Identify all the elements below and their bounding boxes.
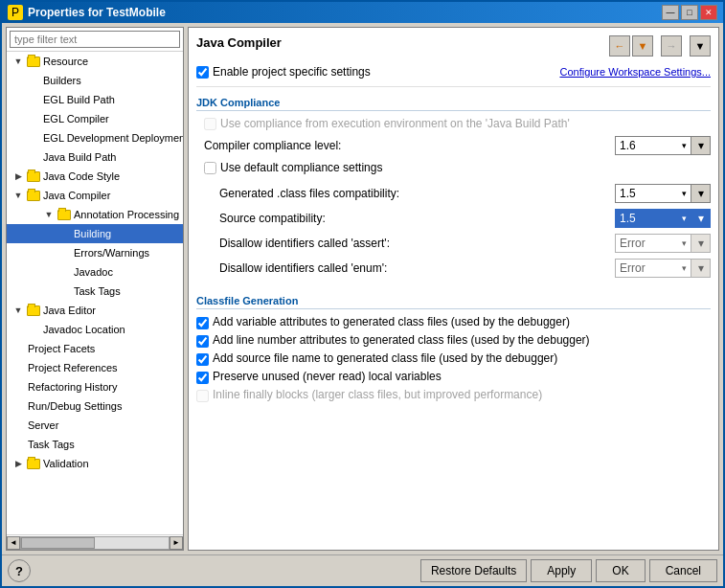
dropdown-arrow-icon: ▾	[682, 189, 687, 198]
tree-item-javadoc-sub[interactable]: Javadoc	[7, 262, 183, 282]
tree-item-egl-dev[interactable]: EGL Development Deployment	[7, 128, 183, 147]
generated-dropdown[interactable]: 1.5 ▾	[615, 184, 691, 203]
forward-button[interactable]: →	[661, 35, 682, 57]
tree-item-java-build[interactable]: Java Build Path	[7, 147, 183, 167]
classfile-checkbox-2[interactable]	[196, 353, 209, 366]
spacer	[26, 130, 41, 146]
tree-item-task-tags-root[interactable]: Task Tags	[7, 435, 183, 454]
spacer	[11, 360, 26, 375]
tree-item-project-refs[interactable]: Project References	[7, 358, 183, 377]
scrollbar-track[interactable]	[20, 536, 170, 550]
disallow-enum-dropdown[interactable]: Error ▾	[615, 259, 691, 278]
disallow-enum-btn[interactable]: ▾	[691, 259, 711, 278]
classfile-label-3: Preserve unused (never read) local varia…	[213, 370, 442, 383]
tree-item-javadoc-loc[interactable]: Javadoc Location	[7, 320, 183, 339]
expand-icon[interactable]: ▼	[11, 188, 26, 203]
source-compat-dropdown-btn[interactable]: ▾	[691, 209, 711, 228]
classfile-checkbox-0[interactable]	[196, 317, 209, 329]
generated-value: 1.5	[620, 187, 636, 200]
use-default-checkbox[interactable]	[204, 162, 216, 174]
tree-item-validation[interactable]: ▶ Validation	[7, 454, 183, 473]
expand-icon[interactable]: ▼	[41, 207, 57, 222]
classfile-checkbox-1[interactable]	[196, 335, 209, 348]
filter-input[interactable]	[10, 31, 180, 48]
menu-button[interactable]: ▼	[690, 35, 711, 57]
classfile-label-2: Add source file name to generated class …	[213, 351, 557, 365]
content-area: ▼ Resource Builders EGL Build Path	[2, 23, 723, 554]
disallow-assert-btn[interactable]: ▾	[691, 234, 711, 253]
back-button[interactable]: ←	[609, 35, 630, 57]
scroll-left-btn[interactable]: ◄	[7, 536, 20, 550]
tree-item-egl-compiler[interactable]: EGL Compiler	[7, 109, 183, 128]
cancel-button[interactable]: Cancel	[649, 559, 717, 582]
expand-icon[interactable]: ▼	[11, 54, 26, 69]
tree-item-project-facets[interactable]: Project Facets	[7, 339, 183, 358]
scroll-right-btn[interactable]: ►	[170, 536, 183, 550]
right-panel: Java Compiler ← ▼ → ▼ Enable project spe…	[188, 27, 719, 551]
tree-item-annotation[interactable]: ▼ Annotation Processing	[7, 205, 183, 224]
tree-item-builders[interactable]: Builders	[7, 71, 183, 90]
apply-button[interactable]: Apply	[531, 559, 592, 582]
tree-item-java-compiler[interactable]: ▼ Java Compiler	[7, 186, 183, 205]
compiler-compliance-dropdown-btn[interactable]: ▾	[691, 136, 711, 155]
expand-icon[interactable]: ▶	[11, 456, 26, 471]
tree-item-server[interactable]: Server	[7, 416, 183, 435]
tree-item-resource[interactable]: ▼ Resource	[7, 52, 183, 71]
tree-area: ▼ Resource Builders EGL Build Path	[7, 52, 183, 534]
folder-icon	[26, 457, 41, 470]
tree-label: Resource	[41, 56, 88, 67]
enable-project-specific-row: Enable project specific settings Configu…	[196, 65, 711, 79]
properties-window: P Properties for TestMobile — □ ✕ ▼ Re	[0, 0, 725, 588]
generated-label: Generated .class files compatibility:	[219, 187, 615, 200]
disallow-enum-dropdown-container: Error ▾ ▾	[615, 259, 711, 278]
configure-workspace-link[interactable]: Configure Workspace Settings...	[559, 66, 711, 78]
tree-item-refactoring[interactable]: Refactoring History	[7, 377, 183, 396]
scrollbar-thumb[interactable]	[21, 537, 95, 549]
tree-label: Java Compiler	[41, 190, 110, 201]
use-compliance-label: Use compliance from execution environmen…	[220, 117, 570, 130]
source-compat-dropdown[interactable]: 1.5 ▾	[615, 209, 691, 228]
tree-item-building[interactable]: Building	[7, 224, 183, 243]
compiler-compliance-row: Compiler compliance level: 1.6 ▾ ▾	[196, 136, 711, 155]
expand-icon[interactable]: ▶	[11, 169, 26, 184]
expand-icon[interactable]: ▼	[11, 303, 26, 318]
tree-label: Builders	[41, 75, 81, 86]
ok-button[interactable]: OK	[596, 559, 645, 582]
source-compat-row: Source compatibility: 1.5 ▾ ▾	[196, 209, 711, 228]
disallow-assert-dropdown[interactable]: Error ▾	[615, 234, 691, 253]
left-panel: ▼ Resource Builders EGL Build Path	[6, 27, 184, 551]
window-icon: P	[8, 5, 23, 20]
tree-item-run-debug[interactable]: Run/Debug Settings	[7, 396, 183, 416]
classfile-checkbox-4[interactable]	[196, 390, 209, 402]
generated-dropdown-btn[interactable]: ▾	[691, 184, 711, 203]
compiler-compliance-dropdown[interactable]: 1.6 ▾	[615, 136, 691, 155]
tree-label: Javadoc Location	[41, 324, 125, 335]
classfile-item-2: Add source file name to generated class …	[196, 351, 711, 366]
classfile-section: Classfile Generation Add variable attrib…	[196, 291, 711, 406]
tree-item-errors[interactable]: Errors/Warnings	[7, 243, 183, 262]
spacer	[26, 322, 41, 337]
maximize-button[interactable]: □	[681, 5, 698, 20]
tree-label: Server	[26, 419, 58, 431]
tree-item-task-tags-sub[interactable]: Task Tags	[7, 282, 183, 301]
jdk-compliance-header: JDK Compliance	[196, 97, 711, 111]
minimize-button[interactable]: —	[662, 5, 679, 20]
tree-label: Building	[72, 228, 111, 239]
tree-item-java-editor[interactable]: ▼ Java Editor	[7, 301, 183, 320]
folder-icon	[26, 304, 41, 317]
classfile-item-4: Inline finally blocks (larger class file…	[196, 388, 711, 402]
classfile-item-0: Add variable attributes to generated cla…	[196, 315, 711, 329]
classfile-checkbox-3[interactable]	[196, 372, 209, 384]
spacer	[11, 398, 26, 414]
tree-item-egl-build[interactable]: EGL Build Path	[7, 90, 183, 109]
enable-project-checkbox[interactable]	[196, 66, 209, 79]
restore-defaults-button[interactable]: Restore Defaults	[420, 559, 527, 582]
back-dropdown[interactable]: ▼	[632, 35, 653, 57]
use-compliance-checkbox[interactable]	[204, 118, 216, 130]
close-button[interactable]: ✕	[700, 5, 717, 20]
tree-item-java-code-style[interactable]: ▶ Java Code Style	[7, 167, 183, 186]
help-button[interactable]: ?	[8, 559, 31, 582]
generated-compat-row: Generated .class files compatibility: 1.…	[196, 184, 711, 203]
dropdown-arrow-icon: ▾	[682, 214, 687, 223]
classfile-label-0: Add variable attributes to generated cla…	[213, 315, 570, 328]
